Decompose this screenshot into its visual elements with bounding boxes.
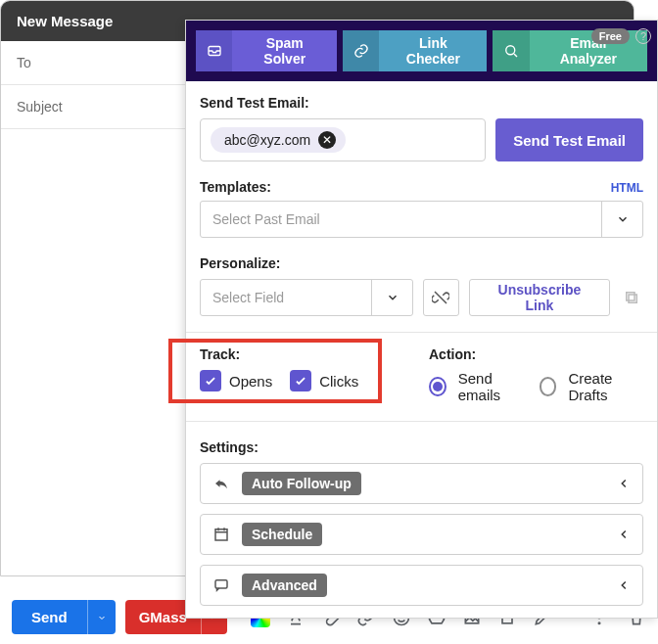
magnify-icon <box>493 30 529 71</box>
personalize-placeholder: Select Field <box>201 280 371 315</box>
svg-point-9 <box>598 621 601 624</box>
reply-icon <box>212 475 232 492</box>
email-chip: abc@xyz.com ✕ <box>211 127 346 153</box>
send-button[interactable]: Send <box>12 600 87 634</box>
send-test-label: Send Test Email: <box>200 95 643 111</box>
remove-chip-icon[interactable]: ✕ <box>318 131 336 149</box>
personalize-label: Personalize: <box>200 255 643 271</box>
create-drafts-radio[interactable] <box>540 377 557 396</box>
tab-spam-label: Spam Solver <box>232 30 337 71</box>
test-email-input[interactable]: abc@xyz.com ✕ <box>200 118 486 161</box>
svg-point-11 <box>506 46 515 55</box>
settings-label: Settings: <box>200 439 643 455</box>
copy-icon[interactable] <box>620 279 643 316</box>
action-section: Action: Send emails Create Drafts <box>429 346 643 403</box>
opens-label: Opens <box>229 373 272 390</box>
templates-label: Templates: <box>200 179 271 195</box>
advanced-row[interactable]: Advanced <box>200 565 643 606</box>
tab-link-checker[interactable]: Link Checker <box>343 30 487 71</box>
send-test-button[interactable]: Send Test Email <box>495 118 643 161</box>
html-link[interactable]: HTML <box>611 181 643 195</box>
templates-placeholder: Select Past Email <box>201 202 601 237</box>
track-label: Track: <box>200 346 396 362</box>
action-label: Action: <box>429 346 643 362</box>
tab-spam-solver[interactable]: Spam Solver <box>196 30 337 71</box>
clicks-label: Clicks <box>319 373 358 390</box>
track-section: Track: Opens Clicks <box>200 346 396 403</box>
svg-rect-12 <box>629 295 636 302</box>
send-dropdown[interactable] <box>87 600 116 634</box>
email-chip-text: abc@xyz.com <box>224 132 310 148</box>
help-icon[interactable]: ? <box>635 28 651 44</box>
panel-tabs: Free ? Spam Solver Link Checker Email An… <box>186 21 657 81</box>
schedule-row[interactable]: Schedule <box>200 514 643 555</box>
chat-icon <box>212 576 232 594</box>
send-emails-label: Send emails <box>458 370 528 403</box>
calendar-icon <box>212 526 232 543</box>
auto-followup-row[interactable]: Auto Follow-up <box>200 463 643 504</box>
svg-rect-13 <box>627 293 634 300</box>
gmass-panel: Free ? Spam Solver Link Checker Email An… <box>185 20 658 619</box>
schedule-label: Schedule <box>242 523 322 546</box>
clicks-checkbox[interactable] <box>290 370 311 391</box>
unsubscribe-button[interactable]: Unsubscribe Link <box>469 279 611 316</box>
inbox-icon <box>196 30 232 71</box>
free-badge: Free <box>591 28 630 44</box>
personalize-select[interactable]: Select Field <box>200 279 413 316</box>
chain-icon <box>343 30 379 71</box>
templates-select[interactable]: Select Past Email <box>200 201 643 238</box>
svg-rect-14 <box>215 529 227 540</box>
chevron-down-icon[interactable] <box>601 202 642 237</box>
opens-checkbox[interactable] <box>200 370 221 391</box>
chevron-left-icon <box>617 477 631 490</box>
send-emails-radio[interactable] <box>429 377 446 396</box>
advanced-label: Advanced <box>242 574 327 597</box>
create-drafts-label: Create Drafts <box>568 370 643 403</box>
chevron-left-icon <box>617 528 631 541</box>
chevron-down-icon[interactable] <box>371 280 412 315</box>
unlink-button[interactable] <box>423 279 459 316</box>
chevron-left-icon <box>617 578 631 592</box>
tab-link-label: Link Checker <box>379 30 487 71</box>
svg-rect-15 <box>215 580 227 588</box>
auto-followup-label: Auto Follow-up <box>242 472 361 495</box>
